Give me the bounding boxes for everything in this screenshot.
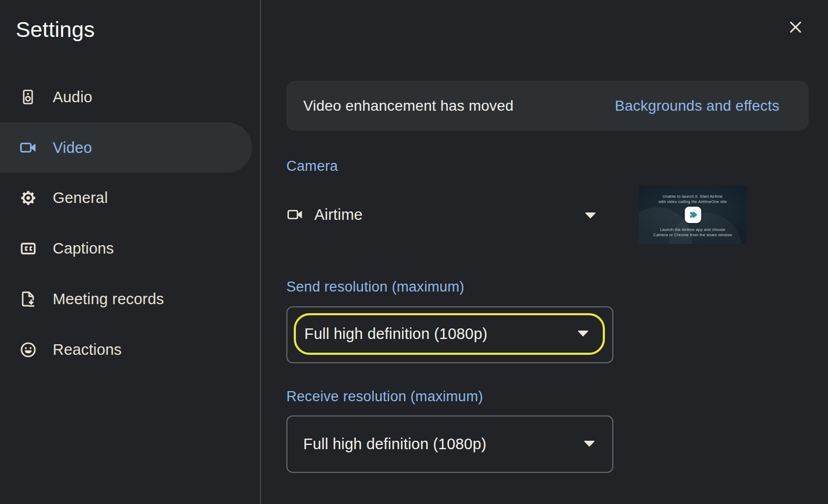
sidebar-item-captions[interactable]: Captions (0, 223, 252, 274)
sidebar-item-video[interactable]: Video (0, 122, 252, 173)
camera-device-value: Airtime (314, 206, 363, 224)
banner-message: Video enhancement has moved (303, 98, 514, 114)
send-resolution-value: Full high definition (1080p) (304, 325, 487, 343)
sidebar-item-label: Audio (53, 89, 92, 106)
captions-icon (19, 239, 37, 257)
chevron-down-icon (584, 211, 596, 221)
file-download-icon (19, 290, 37, 308)
sidebar-item-label: Captions (53, 240, 114, 257)
sidebar-item-label: General (53, 189, 108, 207)
sidebar-item-label: Video (53, 139, 92, 157)
chevron-down-icon (583, 440, 595, 449)
speaker-icon (19, 88, 37, 106)
sidebar-item-general[interactable]: General (0, 172, 252, 223)
chevron-down-icon (577, 329, 589, 339)
videocam-icon (286, 206, 303, 223)
sidebar-item-label: Reactions (53, 341, 122, 358)
sidebar-item-reactions[interactable]: Reactions (0, 324, 252, 375)
backgrounds-and-effects-link[interactable]: Backgrounds and effects (615, 98, 779, 114)
settings-dialog-title: Settings (16, 17, 95, 42)
close-button[interactable] (786, 17, 805, 36)
sidebar-item-label: Meeting records (53, 290, 164, 308)
airtime-logo-icon (685, 206, 701, 222)
sidebar-item-meeting-records[interactable]: Meeting records (0, 274, 252, 324)
close-icon (787, 19, 804, 35)
panel-divider (260, 0, 261, 504)
receive-resolution-label: Receive resolution (maximum) (286, 389, 483, 405)
camera-preview-thumbnail: Unable to launch it. Start Airtime with … (639, 186, 746, 244)
send-resolution-select[interactable]: Full high definition (1080p) (286, 306, 613, 363)
preview-top-text: Unable to launch it. Start Airtime with … (639, 194, 746, 205)
send-resolution-highlight: Full high definition (1080p) (294, 313, 605, 355)
smiley-icon (19, 341, 37, 358)
preview-bottom-text: Launch the Airtime app and choose Camera… (639, 227, 746, 238)
videocam-icon (19, 139, 37, 157)
receive-resolution-value: Full high definition (1080p) (303, 435, 486, 453)
video-enhancement-banner: Video enhancement has moved Backgrounds … (286, 81, 808, 131)
receive-resolution-select[interactable]: Full high definition (1080p) (286, 415, 613, 473)
settings-sidebar: Settings Audio Video (0, 0, 260, 504)
sidebar-item-audio[interactable]: Audio (0, 72, 252, 122)
camera-device-select[interactable]: Airtime (286, 199, 613, 230)
camera-section-label: Camera (286, 158, 338, 175)
send-resolution-label: Send resolution (maximum) (286, 279, 465, 295)
gear-icon (19, 189, 37, 207)
